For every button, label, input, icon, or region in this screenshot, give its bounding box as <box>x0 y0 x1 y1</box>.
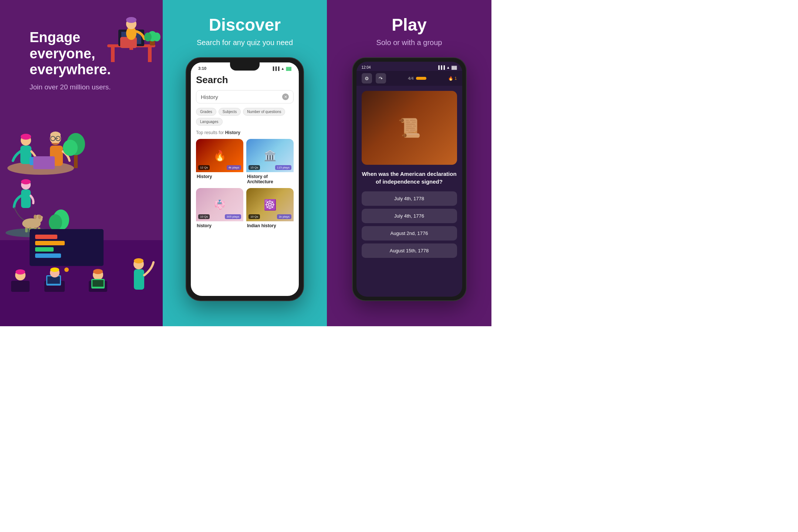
svg-point-43 <box>49 214 62 231</box>
svg-rect-47 <box>35 235 57 239</box>
quiz-card-plays[interactable]: 10 Qs 305 plays history <box>196 188 243 229</box>
chip-subjects[interactable]: Subjects <box>219 108 241 116</box>
quiz-grid: 12 Qs 4k plays History 15 Qs 115 plays H… <box>196 139 294 229</box>
signal-icon-2: ▐▐▐ <box>437 65 445 69</box>
search-heading: Search <box>196 74 294 86</box>
quiz-card-title-history: History <box>196 172 243 180</box>
settings-icon[interactable]: ⚙ <box>362 73 372 83</box>
quiz-card-title-indian: Indian history <box>246 221 294 229</box>
phone-screen-2: 12:04 ▐▐▐ ▲ ▓▓ ⚙ ↷ 4/4 <box>356 62 462 297</box>
filter-chips: Grades Subjects Number of questions Lang… <box>196 108 294 126</box>
wifi-icon: ▲ <box>281 66 285 71</box>
skip-icon[interactable]: ↷ <box>376 73 386 83</box>
signal-icon: ▐▐▐ <box>271 66 279 71</box>
quiz-card-img-history: 12 Qs 4k plays <box>196 139 243 172</box>
quiz-action-icons: ⚙ ↷ <box>362 73 386 83</box>
quiz-card-arch[interactable]: 15 Qs 115 plays History of Architecture <box>246 139 294 185</box>
answer-option-3[interactable]: August 2nd, 1776 <box>362 226 457 241</box>
quiz-plays-badge: 4k plays <box>227 165 241 170</box>
chip-num-questions[interactable]: Number of questions <box>243 108 285 116</box>
svg-point-66 <box>134 258 143 263</box>
answer-options: July 4th, 1778 July 4th, 1776 August 2nd… <box>362 191 457 258</box>
svg-point-30 <box>21 179 31 184</box>
quiz-card-img-indian: 10 Qs 1k plays <box>246 188 294 221</box>
chip-languages[interactable]: Languages <box>196 118 223 126</box>
svg-rect-25 <box>33 156 55 169</box>
quiz-card-history[interactable]: 12 Qs 4k plays History <box>196 139 243 185</box>
svg-rect-28 <box>74 155 78 168</box>
quiz-status-icons: ▐▐▐ ▲ ▓▓ <box>437 65 457 69</box>
svg-point-54 <box>16 269 25 274</box>
search-bar[interactable]: History ✕ <box>196 90 294 103</box>
quiz-plays-badge-indian: 1k plays <box>277 214 291 219</box>
phone-time: 3:10 <box>198 66 206 71</box>
quiz-card-indian[interactable]: 10 Qs 1k plays Indian history <box>246 188 294 229</box>
panel2-title: Discover <box>209 15 281 35</box>
svg-point-16 <box>21 134 31 140</box>
quiz-toolbar: ⚙ ↷ 4/4 🔥 1 <box>356 71 462 86</box>
svg-point-13 <box>153 33 160 41</box>
phone-content: Search History ✕ Grades Subjects Number … <box>191 72 299 296</box>
wifi-icon-2: ▲ <box>446 65 450 69</box>
search-input-value[interactable]: History <box>201 94 282 100</box>
panel3-subtitle: Solo or with a group <box>376 38 442 47</box>
phone-notch <box>230 62 260 71</box>
quiz-card-img-arch: 15 Qs 115 plays <box>246 139 294 172</box>
answer-option-4[interactable]: August 15th, 1778 <box>362 243 457 258</box>
results-keyword: History <box>225 130 240 135</box>
quiz-question-area: When was the American declaration of ind… <box>356 86 462 297</box>
quiz-card-title-plays: history <box>196 221 243 229</box>
panel-engage: Engage everyone, everywhere. Join over 2… <box>0 0 163 326</box>
status-icons: ▐▐▐ ▲ ▓▓ <box>271 66 291 71</box>
quiz-qs-badge-plays: 10 Qs <box>198 214 210 219</box>
svg-point-62 <box>93 269 103 274</box>
svg-rect-50 <box>35 253 61 258</box>
quiz-plays-badge-plays: 305 plays <box>225 214 241 219</box>
results-header: Top results for History <box>196 130 294 135</box>
svg-rect-49 <box>35 247 54 252</box>
panel2-subtitle: Search for any quiz you need <box>197 38 293 47</box>
progress-dot-1 <box>416 77 426 80</box>
panel-discover: Discover Search for any quiz you need 3:… <box>163 0 327 326</box>
panel1-subtext: Join over 20 million users. <box>30 83 148 91</box>
quiz-scene-image <box>362 91 457 165</box>
quiz-time: 12:04 <box>362 65 371 69</box>
quiz-qs-badge-indian: 10 Qs <box>248 214 260 219</box>
svg-point-51 <box>64 267 69 272</box>
svg-point-20 <box>50 132 61 138</box>
svg-rect-31 <box>21 190 31 208</box>
battery-icon-2: ▓▓ <box>452 65 457 69</box>
quiz-plays-badge-arch: 115 plays <box>275 165 291 170</box>
phone-discover: 3:10 ▐▐▐ ▲ ▓▓ Search History ✕ Grades Su… <box>186 57 304 301</box>
svg-point-59 <box>50 267 59 272</box>
svg-rect-2 <box>148 47 152 62</box>
search-clear-button[interactable]: ✕ <box>282 93 289 100</box>
phone-screen: 3:10 ▐▐▐ ▲ ▓▓ Search History ✕ Grades Su… <box>191 62 299 296</box>
svg-rect-23 <box>55 138 58 139</box>
svg-rect-48 <box>35 241 65 245</box>
panel1-headline: Engage everyone, everywhere. <box>30 30 148 78</box>
answer-option-1[interactable]: July 4th, 1778 <box>362 191 457 206</box>
svg-rect-64 <box>92 280 104 287</box>
quiz-question-text: When was the American declaration of ind… <box>362 170 457 185</box>
svg-rect-67 <box>134 269 144 290</box>
quiz-progress: 4/4 <box>408 76 426 81</box>
quiz-qs-badge: 12 Qs <box>198 165 210 170</box>
progress-count: 4/4 <box>408 76 413 81</box>
svg-point-27 <box>63 140 78 156</box>
streak-count: 1 <box>454 76 457 81</box>
svg-point-35 <box>34 215 37 219</box>
chip-grades[interactable]: Grades <box>196 108 216 116</box>
battery-icon: ▓▓ <box>286 66 291 71</box>
svg-point-36 <box>38 215 41 219</box>
quiz-qs-badge-arch: 15 Qs <box>248 165 260 170</box>
svg-rect-57 <box>47 276 60 284</box>
streak-badge: 🔥 1 <box>448 76 457 81</box>
quiz-card-img-plays: 10 Qs 305 plays <box>196 188 243 221</box>
svg-rect-52 <box>11 281 30 292</box>
quiz-card-title-arch: History of Architecture <box>246 172 294 185</box>
panel-play: Play Solo or with a group 12:04 ▐▐▐ ▲ ▓▓… <box>327 0 491 326</box>
progress-bar <box>416 77 426 80</box>
panel3-title: Play <box>392 15 427 35</box>
answer-option-2[interactable]: July 4th, 1776 <box>362 209 457 223</box>
